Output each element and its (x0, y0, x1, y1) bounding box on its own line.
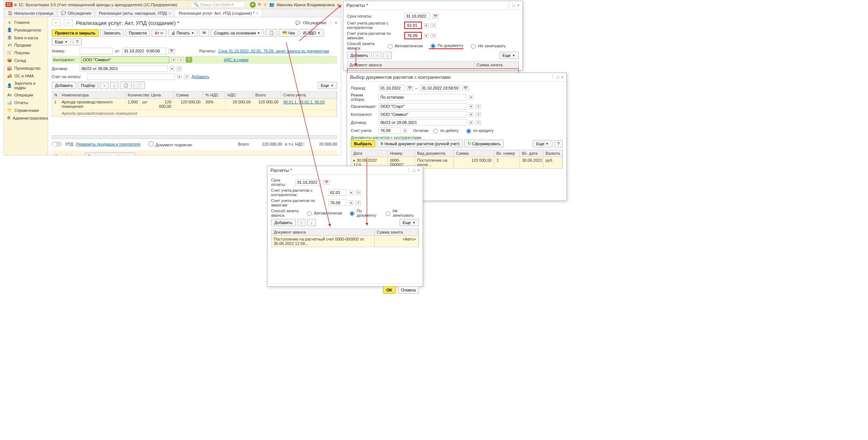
sidebar-item-oper[interactable]: АтОперации (4, 91, 48, 99)
edo-button[interactable]: ⇄ ЭДО▾ (300, 29, 324, 37)
add-button[interactable]: Добавить (271, 219, 296, 226)
help-button[interactable]: ? (554, 140, 563, 147)
more-v-icon[interactable]: ⋮ (329, 21, 333, 25)
schet-avans-input[interactable] (328, 199, 347, 206)
maximize-icon[interactable]: □ (557, 75, 559, 80)
maximize-icon[interactable]: □ (513, 3, 515, 8)
open-icon[interactable]: ↗ (355, 190, 361, 195)
rekv-link[interactable]: Реквизиты продавца и покупателя (76, 142, 140, 146)
paste-button[interactable]: 📄 (133, 81, 145, 89)
more-button[interactable]: Еще▾ (52, 38, 71, 45)
dropdown-icon[interactable]: ▾ (171, 58, 176, 62)
sidebar-item-zarp[interactable]: 👤Зарплата и кадры (4, 80, 48, 91)
schet-kontr-input[interactable] (406, 22, 420, 28)
users-icon[interactable]: 👥 (269, 2, 274, 7)
srok-input[interactable] (404, 13, 430, 19)
dropdown-icon[interactable]: ▾ (403, 128, 407, 133)
cancel-button[interactable]: Отмена (398, 286, 419, 294)
doc-signed-checkbox[interactable] (149, 142, 153, 146)
tab-real1[interactable]: Реализация (акты, накладные, УПД)× (95, 9, 175, 17)
srok-input[interactable] (295, 179, 321, 186)
user-name[interactable]: Иванова Ирина Владимировна (277, 3, 335, 7)
period-from-input[interactable] (379, 85, 404, 91)
dropdown-icon[interactable]: ▾ (349, 201, 353, 205)
raschety-link[interactable]: Срок 31.10.2022, 62.01, 76.09, зачет ава… (218, 49, 329, 53)
doc-button[interactable]: 📋 (266, 29, 277, 37)
org-input[interactable] (379, 103, 467, 110)
kontragent-input[interactable] (81, 56, 169, 63)
kontr-input[interactable] (379, 111, 467, 118)
help-button[interactable]: ? (73, 38, 81, 45)
open-icon[interactable]: ↗ (176, 66, 182, 71)
open-icon[interactable]: ↗ (355, 201, 361, 205)
dropdown-icon[interactable]: ▾ (349, 190, 353, 195)
post-button[interactable]: Провести (125, 29, 150, 37)
search-input[interactable]: 🔍 Поиск Ctrl+Shift+F (190, 1, 245, 8)
sidebar-item-ruk[interactable]: 👤Руководителю (4, 26, 48, 34)
sform-button[interactable]: ↻ Сформировать (464, 140, 504, 147)
more-v-icon[interactable]: ⋮ (406, 168, 411, 173)
open-icon[interactable]: ↗ (431, 23, 436, 28)
up-button[interactable]: ↑ (100, 82, 109, 89)
sidebar-item-main[interactable]: ≡Главное (4, 19, 48, 26)
dropdown-icon[interactable]: ▾ (170, 66, 174, 71)
calendar-icon[interactable]: 📅 (323, 180, 330, 185)
sidebar-item-buy[interactable]: 🛒Покупки (4, 49, 48, 56)
dropdown-icon[interactable]: ▾ (469, 112, 473, 117)
novy-button[interactable]: ⊕ Новый документ расчетов (ручной учет) (377, 140, 463, 147)
calendar-icon[interactable]: 📅 (432, 14, 439, 19)
more-button[interactable]: Еще▾ (533, 140, 552, 147)
down-button[interactable]: ↓ (110, 82, 119, 89)
schet-kontr-input[interactable] (328, 189, 347, 196)
up-button[interactable]: ↑ (297, 219, 306, 226)
create-based-button[interactable]: Создать на основании▾ (211, 29, 264, 37)
more-icon[interactable]: ≡ (337, 3, 339, 7)
close-icon[interactable]: × (561, 75, 564, 80)
dogovor-input[interactable] (379, 119, 467, 126)
post-close-button[interactable]: Провести и закрыть (52, 29, 99, 37)
sidebar-item-sales[interactable]: 🏷Продажи (4, 41, 48, 49)
schet-oplata-input[interactable] (87, 73, 175, 80)
close-icon[interactable]: × (169, 11, 171, 15)
discuss-icon[interactable]: 💬 (295, 21, 300, 25)
sidebar-item-bank[interactable]: 🏦Банк и касса (4, 34, 48, 41)
close-icon[interactable]: × (517, 3, 519, 8)
dropdown-icon[interactable]: ▾ (469, 95, 473, 100)
podbor-button[interactable]: Подбор (78, 82, 99, 89)
tab-home[interactable]: 🏠Начальная страница (4, 9, 57, 17)
sidebar-item-admin[interactable]: ⚙Администрирование (4, 114, 48, 122)
radio-auto[interactable] (307, 211, 312, 216)
schet-faktura-button[interactable]: Выписать счет-фактуру (85, 153, 135, 155)
dogovor-input[interactable] (80, 65, 168, 72)
radio-auto[interactable] (388, 44, 393, 49)
dropdown-icon[interactable]: ▾ (424, 33, 428, 38)
radio-kredit[interactable] (466, 129, 471, 133)
grid-row[interactable]: 1 Аренда производственного помещения 1,0… (52, 99, 337, 110)
more-button[interactable]: Еще▾ (318, 82, 337, 89)
sidebar-item-reports[interactable]: 📊Отчеты (4, 99, 48, 106)
back-arrow[interactable]: ← (52, 19, 61, 26)
add-button[interactable]: Добавить (52, 82, 76, 89)
sidebar-item-prod[interactable]: 🏭Производство (4, 64, 48, 72)
copy-button[interactable]: 📋 (120, 81, 132, 89)
radio-ne-zach[interactable] (386, 211, 390, 216)
nomer-input[interactable] (80, 48, 113, 54)
ok-button[interactable]: OK (383, 286, 396, 294)
more-button[interactable]: Еще▾ (400, 219, 419, 226)
open-icon[interactable]: ↗ (178, 58, 183, 62)
schet-input[interactable] (379, 127, 401, 134)
write-button[interactable]: Записать (100, 29, 124, 37)
scrollbar-h[interactable] (52, 135, 337, 139)
more-v-icon[interactable]: ⋮ (506, 3, 510, 8)
open-icon[interactable]: ↗ (475, 104, 481, 109)
dropdown-icon[interactable]: ▾ (469, 120, 473, 125)
tab-real2[interactable]: Реализация услуг: Акт, УПД (создание) *× (175, 9, 262, 17)
history-icon[interactable]: ↻ (258, 2, 261, 7)
mail-button[interactable]: ✉ (199, 29, 209, 37)
rezhim-input[interactable] (379, 94, 467, 100)
tab-discuss[interactable]: 💬Обсуждения (57, 9, 95, 17)
radio-debet[interactable] (433, 129, 438, 133)
avans-row[interactable]: Поступление на расчетный счет 0000-00000… (271, 236, 419, 247)
period-to-input[interactable] (420, 85, 460, 91)
atkt-button[interactable]: Аткт (152, 29, 167, 37)
